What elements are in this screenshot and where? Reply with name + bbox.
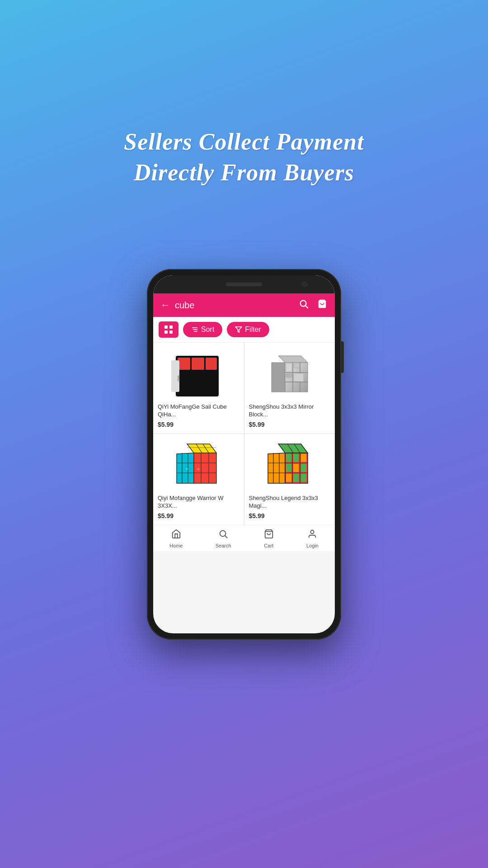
app-header: ← cube [153,293,335,317]
svg-rect-33 [294,373,304,382]
svg-rect-3 [164,326,168,329]
svg-text:QiYi: QiYi [177,375,181,381]
search-icon[interactable] [299,299,309,311]
svg-marker-34 [187,444,216,453]
login-icon [307,529,317,542]
header-left: ← cube [160,299,194,311]
grid-view-button[interactable] [159,321,178,338]
search-nav-icon [218,529,228,542]
svg-rect-6 [169,330,173,334]
back-button[interactable]: ← [160,299,170,311]
cart-icon[interactable] [317,299,328,311]
svg-rect-69 [286,474,291,482]
cart-nav-icon [264,529,274,542]
svg-rect-12 [178,358,190,370]
svg-rect-14 [206,358,217,370]
nav-home-label: Home [169,543,183,548]
product-price-2: $5.99 [249,421,331,428]
hero-text: Sellers Collect Payment Directly From Bu… [88,127,400,188]
phone-notch [153,275,335,293]
product-image-4 [260,440,319,490]
product-price-1: $5.99 [158,421,239,428]
hero-line2: Directly From Buyers [134,160,354,185]
header-icons [299,299,328,311]
phone-mockup: ← cube [147,269,341,640]
svg-rect-16 [192,371,204,383]
svg-rect-70 [293,474,299,482]
product-image-3: ✦ ✦ [169,440,228,490]
product-price-3: $5.99 [158,512,239,519]
svg-rect-32 [286,373,292,377]
filter-bar: Sort Filter [153,317,335,343]
svg-rect-20 [206,385,217,395]
svg-rect-31 [294,363,300,368]
product-card-3[interactable]: ✦ ✦ Qiyi Mofangge Warrior W 3X3X... $5.9… [153,434,244,525]
svg-point-75 [311,530,314,533]
svg-rect-68 [301,454,306,462]
products-grid: QiYi QiYi MoFangGe Sail Cube QiHa... $5.… [153,343,335,525]
svg-rect-13 [192,358,204,370]
svg-rect-66 [293,464,299,472]
svg-marker-51 [268,453,285,483]
nav-home[interactable]: Home [169,529,183,548]
product-image-1: QiYi [169,349,228,399]
front-camera [301,281,308,288]
nav-login[interactable]: Login [306,529,319,548]
product-image-2 [260,349,319,399]
nav-login-label: Login [306,543,319,548]
product-card-1[interactable]: QiYi QiYi MoFangGe Sail Cube QiHa... $5.… [153,343,244,434]
product-card-4[interactable]: ShengShou Legend 3x3x3 Magi... $5.99 [244,434,335,525]
sort-button[interactable]: Sort [183,322,222,337]
product-price-4: $5.99 [249,512,331,519]
svg-rect-71 [301,474,306,482]
svg-rect-64 [293,454,299,462]
svg-line-73 [225,536,227,538]
product-card-2[interactable]: ShengShou 3x3x3 Mirror Block... $5.99 [244,343,335,434]
product-name-2: ShengShou 3x3x3 Mirror Block... [249,403,331,419]
svg-rect-19 [192,385,204,395]
svg-text:✦: ✦ [185,466,189,472]
filter-label: Filter [245,326,261,334]
svg-point-72 [220,530,226,536]
svg-line-1 [305,306,308,308]
svg-rect-4 [169,326,173,329]
svg-marker-10 [236,327,242,332]
nav-cart-label: Cart [264,543,273,548]
svg-rect-30 [286,363,292,372]
svg-rect-65 [286,464,291,472]
home-icon [171,529,181,542]
svg-marker-50 [278,444,308,453]
svg-marker-23 [278,356,308,363]
product-name-1: QiYi MoFangGe Sail Cube QiHa... [158,403,239,419]
speaker [226,283,262,286]
svg-rect-18 [178,385,190,395]
svg-rect-67 [301,464,306,472]
svg-rect-17 [206,371,217,383]
nav-search-label: Search [216,543,231,548]
svg-marker-24 [272,363,285,392]
nav-cart[interactable]: Cart [264,529,274,548]
svg-text:✦: ✦ [196,466,201,472]
svg-rect-63 [286,454,291,462]
hero-line1: Sellers Collect Payment [124,129,364,155]
nav-search[interactable]: Search [216,529,231,548]
sort-label: Sort [201,326,214,334]
product-name-4: ShengShou Legend 3x3x3 Magi... [249,495,331,510]
phone-screen: ← cube [153,275,335,633]
product-name-3: Qiyi Mofangge Warrior W 3X3X... [158,495,239,510]
svg-rect-5 [164,330,168,334]
phone-body: ← cube [147,269,341,640]
filter-button[interactable]: Filter [227,322,269,337]
search-query-label: cube [175,300,194,311]
bottom-nav: Home Search [153,525,335,551]
